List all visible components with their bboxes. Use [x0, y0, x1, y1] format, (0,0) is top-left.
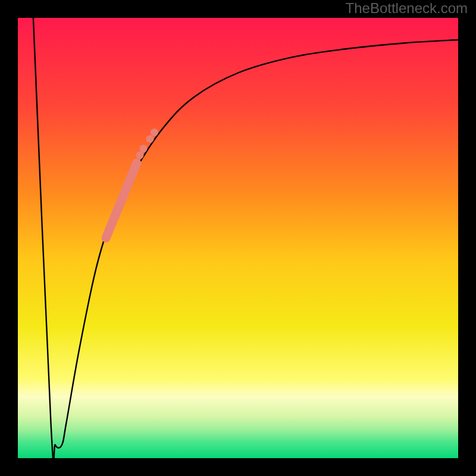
- highlight-point: [136, 151, 143, 159]
- plot-background: [18, 18, 458, 458]
- frame-bottom: [0, 458, 476, 476]
- highlight-point: [151, 129, 158, 136]
- bottleneck-chart: [0, 0, 476, 476]
- highlight-point: [146, 135, 154, 143]
- chart-frame: TheBottleneck.com: [0, 0, 476, 476]
- frame-left: [0, 0, 18, 476]
- frame-right: [458, 0, 476, 476]
- highlight-point: [139, 145, 147, 152]
- watermark-text: TheBottleneck.com: [346, 0, 468, 17]
